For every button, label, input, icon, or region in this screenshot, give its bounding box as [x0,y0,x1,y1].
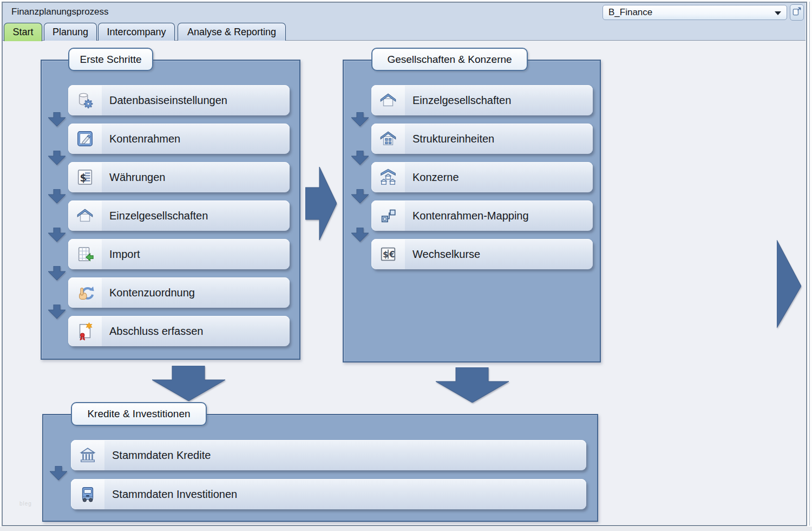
group-houses-icon [371,162,405,192]
currency-list-icon: $ [68,162,102,192]
tab-analyse-reporting[interactable]: Analyse & Reporting [178,23,286,41]
tab-start-label: Start [12,27,33,38]
step-stammdaten-kredite[interactable]: Stammdaten Kredite [71,440,586,470]
flow-arrow-down-icon [48,305,66,319]
flow-arrow-down-icon [351,189,369,203]
watermark: bleg [19,501,32,507]
bank-icon [71,440,104,470]
panel-title-erste-schritte-label: Erste Schritte [80,54,141,66]
flow-arrow-down-icon [351,228,369,242]
step-label: Konzerne [412,171,459,184]
step-label: Stammdaten Investitionen [112,488,237,501]
flow-arrow-down-icon [351,151,369,165]
step-einzelgesellschaften-2[interactable]: Einzelgesellschaften [371,85,593,115]
panel-title-gesellschaften-konzerne: Gesellschaften & Konzerne [371,48,528,71]
panel-title-kredite-investitionen-label: Kredite & Investitionen [87,408,190,420]
step-label: Kontenrahmen [109,133,180,145]
notepad-pencil-icon [68,124,102,154]
view-selector-value: B_Finance [608,7,652,18]
flow-arrow-down-icon [48,151,66,165]
chevron-down-icon [775,11,781,15]
flow-arrow-down-big-icon [436,367,509,403]
flow-arrow-down-icon [48,228,66,242]
step-stammdaten-investitionen[interactable]: Stammdaten Investitionen [71,479,586,509]
step-label: Kontenrahmen-Mapping [412,210,529,222]
svg-text:€: € [389,250,395,260]
step-abschluss-erfassen[interactable]: Abschluss erfassen [68,316,290,346]
building-windows-icon [371,124,405,154]
hand-sync-icon [68,277,102,308]
flow-arrow-down-icon [48,112,66,126]
step-label: Kontenzuordnung [109,287,195,299]
step-datenbasiseinstellungen[interactable]: Datenbasiseinstellungen [68,85,290,115]
tab-analyse-reporting-label: Analyse & Reporting [187,27,276,38]
step-einzelgesellschaften[interactable]: Einzelgesellschaften [68,200,290,231]
step-kontenrahmen[interactable]: Kontenrahmen [68,124,290,154]
flow-arrow-right-edge-icon [777,240,801,328]
step-import[interactable]: Import [68,239,290,269]
step-label: Abschluss erfassen [109,325,203,338]
step-label: Einzelgesellschaften [412,94,511,107]
panel-title-gesellschaften-konzerne-label: Gesellschaften & Konzerne [387,54,512,66]
step-kontenrahmen-mapping[interactable]: Kontenrahmen-Mapping [371,200,593,231]
step-label: Währungen [109,171,165,184]
window-border-right [809,2,810,526]
tab-planung-label: Planung [53,27,88,38]
database-gear-icon [68,85,102,115]
tab-start[interactable]: Start [4,23,42,41]
certificate-icon [68,316,102,346]
flow-arrow-down-icon [48,189,66,203]
panel-title-erste-schritte: Erste Schritte [68,48,153,71]
tab-intercompany-label: Intercompany [107,27,166,38]
flow-arrow-down-icon [351,112,369,126]
step-label: Struktureinheiten [412,133,494,145]
house-icon [371,85,405,115]
step-kontenzuordnung[interactable]: Kontenzuordnung [68,277,290,308]
svg-text:$: $ [383,250,389,260]
step-label: Import [109,248,140,261]
step-label: Stammdaten Kredite [112,449,211,462]
tab-planung[interactable]: Planung [44,23,97,41]
flow-arrow-down-big-icon [152,366,225,401]
step-label: Datenbasiseinstellungen [109,94,227,107]
dollar-euro-icon: $ € [371,239,405,269]
step-waehrungen[interactable]: $ Währungen [68,162,290,192]
house-icon [68,200,102,231]
step-label: Wechselkurse [412,248,480,261]
flow-arrow-down-icon [50,466,67,480]
view-selector-dropdown[interactable]: B_Finance [603,5,787,20]
mapping-squares-icon [371,200,405,231]
step-konzerne[interactable]: Konzerne [371,162,593,192]
open-window-icon [791,5,802,20]
flow-arrow-right-big-icon [305,167,337,240]
panel-title-kredite-investitionen: Kredite & Investitionen [71,402,207,426]
step-struktureinheiten[interactable]: Struktureinheiten [371,124,593,154]
step-wechselkurse[interactable]: $ € Wechselkurse [371,239,593,269]
bottom-strip [0,527,812,531]
table-import-icon [68,239,102,269]
truck-icon [71,479,104,509]
step-label: Einzelgesellschaften [109,210,208,222]
open-window-button[interactable] [790,4,804,21]
window-title: Finanzplanungsprozess [11,7,109,17]
tab-intercompany[interactable]: Intercompany [98,23,175,41]
flow-arrow-down-icon [48,266,66,280]
